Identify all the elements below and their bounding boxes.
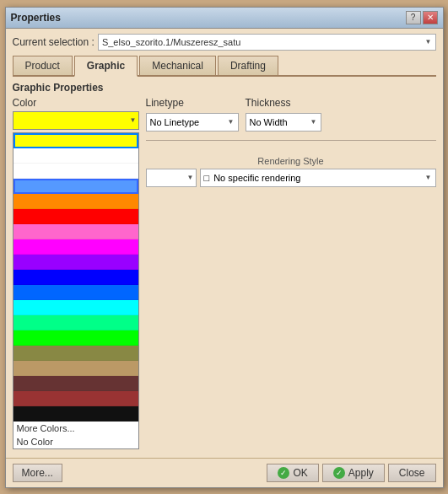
ok-label: OK xyxy=(293,467,307,479)
color-section: Color ▼ xyxy=(13,97,139,449)
properties-grid: Color ▼ xyxy=(13,97,436,449)
dropdown-arrow-icon: ▼ xyxy=(425,38,432,46)
titlebar-buttons: ? ✕ xyxy=(406,11,438,24)
color-swatch-blue-selected[interactable] xyxy=(13,179,138,194)
footer: More... ✓ OK ✓ Apply Close xyxy=(6,458,443,487)
close-titlebar-button[interactable]: ✕ xyxy=(423,11,438,24)
linetype-group: Linetype No Linetype ▼ xyxy=(146,97,239,132)
color-swatch-magenta[interactable] xyxy=(13,239,138,255)
rendering-left-arrow-icon: ▼ xyxy=(187,174,194,181)
color-swatch-lightblue[interactable] xyxy=(13,285,138,300)
ok-icon: ✓ xyxy=(278,467,289,479)
color-swatch-pink[interactable] xyxy=(13,224,138,239)
rendering-right-icon: □ xyxy=(204,173,210,183)
color-swatch-white1[interactable] xyxy=(13,148,138,164)
tab-graphic[interactable]: Graphic xyxy=(74,56,138,77)
current-selection-dropdown[interactable]: S_elso_szorito.1/Muszeresz_satu ▼ xyxy=(98,34,436,51)
current-selection-value: S_elso_szorito.1/Muszeresz_satu xyxy=(102,37,240,47)
rendering-style-label: Rendering Style xyxy=(146,156,436,166)
rendering-left-dropdown[interactable]: ▼ xyxy=(146,169,197,187)
help-button[interactable]: ? xyxy=(406,11,421,24)
more-button[interactable]: More... xyxy=(13,464,62,482)
tab-product[interactable]: Product xyxy=(13,56,73,75)
color-label: Color xyxy=(13,97,139,109)
color-swatch-blue[interactable] xyxy=(13,270,138,285)
color-dropdown-arrow-icon: ▼ xyxy=(130,116,137,124)
color-swatch-olive[interactable] xyxy=(13,346,138,361)
color-swatch-white2[interactable] xyxy=(13,164,138,179)
close-label: Close xyxy=(399,467,425,479)
rendering-right-value: No specific rendering xyxy=(213,173,300,183)
color-swatch-brown[interactable] xyxy=(13,391,138,406)
linetype-dropdown-arrow-icon: ▼ xyxy=(228,118,235,126)
apply-icon: ✓ xyxy=(333,467,345,479)
color-dropdown[interactable]: ▼ xyxy=(13,111,139,130)
color-swatch-green[interactable] xyxy=(13,330,138,346)
window-title: Properties xyxy=(11,12,61,24)
color-swatch-red[interactable] xyxy=(13,209,138,224)
linetype-dropdown[interactable]: No Linetype ▼ xyxy=(146,113,239,132)
linetype-thickness-row: Linetype No Linetype ▼ Thickness No Widt… xyxy=(146,97,436,132)
rendering-right-arrow-icon: ▼ xyxy=(425,174,432,181)
rendering-right-dropdown[interactable]: □ No specific rendering ▼ xyxy=(200,169,436,187)
tab-drafting[interactable]: Drafting xyxy=(218,56,278,75)
apply-label: Apply xyxy=(348,467,374,479)
properties-window: Properties ? ✕ Current selection : S_els… xyxy=(5,7,444,488)
apply-button[interactable]: ✓ Apply xyxy=(322,464,385,482)
color-swatch-orange[interactable] xyxy=(13,194,138,209)
color-swatch-violet[interactable] xyxy=(13,255,138,270)
window-body: Current selection : S_elso_szorito.1/Mus… xyxy=(6,29,443,454)
thickness-value: No Width xyxy=(250,117,288,127)
color-swatch-springgreen[interactable] xyxy=(13,315,138,330)
tab-mechanical[interactable]: Mechanical xyxy=(139,56,216,75)
color-swatch-black[interactable] xyxy=(13,406,138,422)
color-list: More Colors... No Color xyxy=(13,132,139,449)
rendering-row: ▼ □ No specific rendering ▼ xyxy=(146,169,436,187)
no-color-item[interactable]: No Color xyxy=(13,435,138,448)
thickness-dropdown-arrow-icon: ▼ xyxy=(310,118,317,126)
color-swatch-yellow[interactable] xyxy=(13,133,138,148)
separator-line xyxy=(146,140,436,141)
color-swatch-tan[interactable] xyxy=(13,361,138,376)
current-selection-row: Current selection : S_elso_szorito.1/Mus… xyxy=(13,34,436,51)
rendering-style-section: Rendering Style ▼ □ No specific renderin… xyxy=(146,156,436,187)
right-section: Linetype No Linetype ▼ Thickness No Widt… xyxy=(146,97,436,187)
color-swatch-darkbrown[interactable] xyxy=(13,376,138,391)
thickness-dropdown[interactable]: No Width ▼ xyxy=(246,113,321,132)
thickness-label: Thickness xyxy=(246,97,321,109)
ok-button[interactable]: ✓ OK xyxy=(267,464,318,482)
thickness-group: Thickness No Width ▼ xyxy=(246,97,321,132)
more-colors-item[interactable]: More Colors... xyxy=(13,422,138,435)
close-button[interactable]: Close xyxy=(388,464,436,482)
linetype-label: Linetype xyxy=(146,97,239,109)
tabs-container: Product Graphic Mechanical Drafting xyxy=(13,56,436,77)
linetype-value: No Linetype xyxy=(150,117,200,127)
color-swatch-cyan[interactable] xyxy=(13,300,138,315)
titlebar: Properties ? ✕ xyxy=(6,8,443,29)
current-selection-label: Current selection : xyxy=(13,36,94,48)
graphic-properties-label: Graphic Properties xyxy=(13,82,436,94)
